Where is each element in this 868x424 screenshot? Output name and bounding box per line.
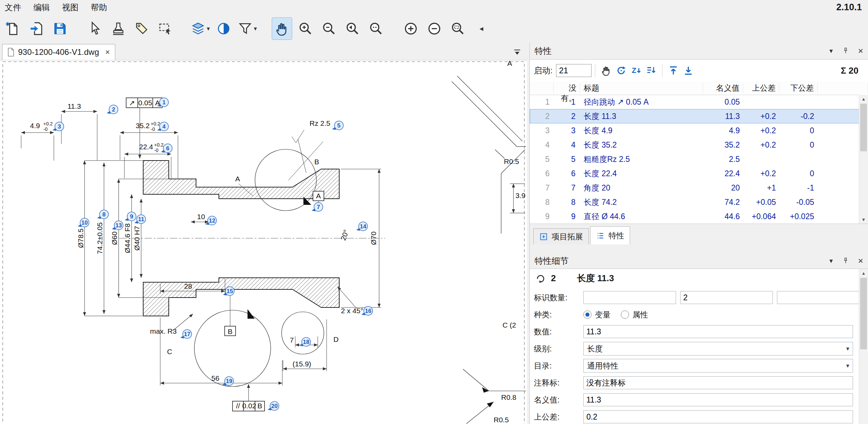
scroll-up-icon[interactable]: ▲ — [859, 269, 868, 277]
nominal-input[interactable] — [583, 393, 853, 406]
scrollbar-thumb[interactable] — [860, 278, 867, 349]
balloon-10[interactable]: 10 — [78, 218, 89, 227]
table-row[interactable]: 77角度 2020+1-1 — [530, 181, 859, 195]
table-row[interactable]: 99直径 Ø 44.644.6+0.064+0.025 — [530, 209, 859, 224]
balloon-13[interactable]: 13 — [112, 221, 123, 230]
balloon-2[interactable]: 2 — [107, 105, 118, 114]
zoom-out-button[interactable] — [319, 17, 339, 40]
scroll-down-icon[interactable]: ▼ — [859, 215, 868, 224]
svg-text:11: 11 — [138, 216, 144, 223]
table-row[interactable]: 11径向跳动 ↗ 0.05 A0.05 — [530, 95, 859, 109]
table-scrollbar[interactable]: ▲ ▼ — [859, 95, 868, 224]
pan-button[interactable] — [272, 17, 292, 40]
balloon-12[interactable]: 12 — [205, 216, 216, 225]
balloon-3[interactable]: 3 — [53, 122, 64, 131]
move-top-button[interactable] — [666, 63, 681, 78]
new-document-button[interactable] — [3, 17, 23, 40]
tab-close-icon[interactable]: × — [105, 47, 110, 57]
balloon-17[interactable]: 17 — [180, 330, 192, 338]
chevron-down-icon[interactable]: ▾ — [829, 257, 833, 265]
value-input[interactable] — [583, 325, 853, 338]
decrease-button[interactable] — [424, 17, 445, 40]
zoom-extents-button[interactable] — [366, 17, 386, 40]
layers-button[interactable]: ▾ — [190, 17, 210, 40]
balloon-8[interactable]: 8 — [97, 210, 108, 219]
drawing-canvas[interactable]: 11.3↗0.05A4.9+0.2-035.2+0.2-0Rz 2.522.4+… — [0, 60, 527, 424]
note-input[interactable] — [583, 376, 853, 389]
balloon-19[interactable]: 19 — [222, 377, 234, 385]
details-scrollbar[interactable]: ▲ — [859, 269, 868, 424]
menu-help[interactable]: 帮助 — [91, 2, 107, 13]
select-cursor-button[interactable] — [85, 17, 105, 40]
close-icon[interactable]: × — [858, 256, 863, 266]
tab-list-icon[interactable] — [513, 48, 522, 57]
id-count-input-2[interactable] — [680, 291, 773, 304]
scroll-up-icon[interactable]: ▲ — [859, 95, 868, 103]
col-title[interactable]: 标题 — [580, 83, 703, 93]
table-row[interactable]: 55粗糙度Rz 2.52.5 — [530, 152, 859, 166]
radio-variable[interactable] — [583, 311, 592, 319]
tag-button[interactable] — [132, 17, 152, 40]
zoom-in-button[interactable] — [295, 17, 316, 40]
table-row[interactable]: 33长度 4.94.9+0.20 — [530, 123, 859, 138]
increase-button[interactable] — [401, 17, 421, 40]
col-no[interactable]: 没有。 — [554, 83, 580, 93]
pick-hand-button[interactable] — [599, 63, 614, 78]
balloon-5[interactable]: 5 — [332, 121, 343, 130]
tab-project-expand[interactable]: 项目拓展 — [533, 228, 589, 244]
id-count-input-3[interactable] — [777, 291, 868, 304]
balloon-14[interactable]: 14 — [356, 222, 368, 231]
catalog-select[interactable]: 通用特性 ▾ — [583, 359, 853, 373]
more-tools-button[interactable]: ◂ — [471, 17, 492, 40]
chevron-down-icon: ▾ — [207, 25, 210, 32]
dim-text: 22.4 — [139, 143, 153, 151]
balloon-7[interactable]: 7 — [312, 202, 323, 211]
project-expand-icon — [539, 232, 548, 241]
col-lower[interactable]: 下公差 — [779, 83, 818, 93]
row-nominal: 44.6 — [703, 212, 743, 221]
tab-properties[interactable]: 特性 — [590, 226, 630, 244]
balloon-20[interactable]: 20 — [268, 402, 279, 410]
table-row[interactable]: 66长度 22.422.4+0.20 — [530, 166, 859, 181]
start-input[interactable] — [556, 64, 592, 77]
menu-view[interactable]: 视图 — [62, 2, 78, 13]
row-title: 长度 74.2 — [580, 197, 703, 208]
radio-attribute[interactable] — [621, 311, 629, 319]
balloon-9[interactable]: 9 — [125, 212, 136, 221]
pin-icon[interactable] — [842, 257, 849, 264]
dim-text: C — [167, 348, 172, 355]
refresh-button[interactable] — [614, 63, 629, 78]
dim-text: 56 — [211, 374, 219, 382]
zoom-window-button[interactable] — [448, 17, 468, 40]
table-row[interactable]: 44长度 35.235.2+0.20 — [530, 138, 859, 152]
upper-tol-label: 上公差: — [534, 412, 583, 422]
open-document-button[interactable] — [26, 17, 47, 40]
dim-text: R0.5 — [504, 157, 519, 165]
chevron-down-icon[interactable]: ▾ — [829, 47, 833, 55]
zoom-previous-button[interactable] — [342, 17, 363, 40]
close-icon[interactable]: × — [858, 46, 863, 56]
move-bottom-button[interactable] — [681, 63, 696, 78]
zoom-out-icon — [321, 21, 337, 36]
stamp-button[interactable] — [108, 17, 129, 40]
table-row[interactable]: 22长度 11.311.3+0.2-0.2 — [530, 109, 859, 123]
pin-icon[interactable] — [842, 47, 849, 55]
level-select[interactable]: 长度 ▾ — [583, 342, 853, 355]
marquee-select-button[interactable] — [155, 17, 176, 40]
upper-tol-input[interactable] — [583, 410, 853, 423]
scrollbar-thumb[interactable] — [860, 104, 867, 151]
id-count-input-1[interactable] — [583, 291, 676, 304]
document-tab[interactable]: 930-1200-406-V1.dwg × — [2, 44, 115, 60]
menu-file[interactable]: 文件 — [5, 2, 21, 13]
menu-edit[interactable]: 编辑 — [33, 2, 50, 13]
filter-button[interactable]: ▾ — [237, 17, 257, 40]
display-mode-button[interactable] — [213, 17, 234, 40]
save-button[interactable] — [50, 17, 70, 40]
balloon-18[interactable]: 18 — [299, 337, 311, 346]
row-lower: 0 — [779, 169, 818, 178]
col-upper[interactable]: 上公差 — [743, 83, 779, 93]
table-row[interactable]: 88长度 74.274.2+0.05-0.05 — [530, 195, 859, 209]
sort-list-button[interactable] — [644, 63, 659, 78]
col-nominal[interactable]: 名义值 — [703, 83, 743, 93]
sort-z-button[interactable]: Z — [629, 63, 644, 78]
